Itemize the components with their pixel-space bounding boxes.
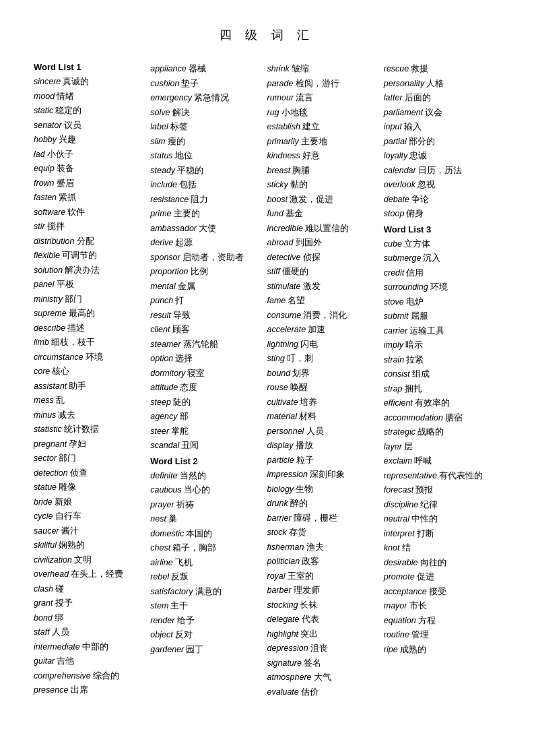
word-en: evaluate — [267, 687, 299, 697]
word-zh: 组成 — [412, 369, 430, 379]
list-item: ambassador 大使 — [150, 222, 260, 237]
list-item: sincere 真诚的 — [34, 75, 143, 90]
list-item: carrier 运输工具 — [384, 324, 494, 339]
list-item: submerge 沉入 — [384, 251, 494, 266]
word-zh: 平稳的 — [177, 166, 203, 175]
list-item: ministry 部门 — [34, 292, 143, 307]
list-item: saucer 酱汁 — [34, 524, 143, 539]
word-zh: 忠诚 — [409, 151, 427, 160]
column-2: appliance 器械cushion 垫子emergency 紧急情况solv… — [150, 62, 267, 657]
word-zh: 促进 — [417, 572, 434, 581]
word-en: punch — [150, 296, 173, 305]
word-en: stimulate — [267, 282, 301, 291]
list-item: forecast 预报 — [384, 483, 494, 498]
list-item: barber 理发师 — [267, 584, 377, 598]
list-item: punch 打 — [150, 294, 260, 309]
word-en: minus — [34, 410, 56, 420]
word-en: gardener — [150, 645, 184, 654]
word-en: equip — [34, 164, 55, 173]
word-en: satisfactory — [150, 587, 193, 596]
word-zh: 祈祷 — [176, 500, 194, 509]
word-zh: 纪律 — [420, 500, 438, 509]
word-zh: 描述 — [67, 323, 85, 333]
word-en: option — [150, 354, 173, 363]
word-en: cautious — [150, 485, 182, 495]
word-en: domestic — [150, 529, 184, 538]
word-en: prayer — [150, 500, 174, 509]
word-zh: 新娘 — [55, 497, 72, 507]
word-en: presence — [34, 685, 68, 695]
word-zh: 给予 — [177, 616, 195, 625]
list-item: panel 平板 — [34, 278, 143, 292]
word-en: fisherman — [267, 542, 304, 552]
word-en: sincere — [34, 77, 61, 86]
word-en: stir — [34, 222, 45, 231]
word-en: label — [150, 122, 168, 131]
word-zh: 可调节的 — [62, 251, 97, 260]
list-item: highlight 突出 — [267, 627, 377, 642]
word-en: credit — [384, 268, 405, 278]
word-zh: 胸脯 — [292, 166, 310, 175]
word-en: biology — [267, 484, 294, 494]
word-zh: 材料 — [299, 412, 316, 421]
word-zh: 丑闻 — [181, 441, 199, 450]
list-item: clash 碰 — [34, 582, 143, 597]
word-en: kindness — [267, 151, 300, 160]
word-en: depression — [267, 643, 308, 653]
list-item: desirable 向往的 — [384, 556, 494, 571]
word-en: mayor — [384, 601, 407, 610]
list-item: senator 议员 — [34, 119, 143, 133]
word-en: desirable — [384, 558, 418, 567]
list-item: presence 出席 — [34, 683, 143, 698]
list-item: calendar 日历，历法 — [384, 164, 494, 179]
word-zh: 层 — [404, 442, 413, 451]
word-en: static — [34, 106, 53, 115]
word-zh: 中性的 — [411, 514, 438, 524]
word-en: equation — [384, 616, 416, 625]
word-zh: 装备 — [57, 164, 74, 173]
word-zh: 检阅，游行 — [296, 79, 339, 88]
word-en: statistic — [34, 424, 62, 434]
word-zh: 理发师 — [294, 586, 320, 595]
list-item: cultivate 培养 — [267, 396, 377, 410]
word-en: interpret — [384, 529, 415, 538]
word-en: steady — [150, 166, 175, 175]
word-zh: 起源 — [175, 238, 193, 247]
word-zh: 代表 — [302, 615, 319, 624]
word-zh: 输入 — [404, 122, 422, 131]
list-item: imply 暗示 — [384, 338, 494, 353]
word-zh: 自行车 — [55, 511, 81, 521]
list-item: staff 人员 — [34, 625, 143, 640]
list-item: stir 搅拌 — [34, 220, 143, 234]
list-item: skillful 娴熟的 — [34, 538, 143, 553]
word-zh: 拉紧 — [406, 355, 424, 365]
word-en: personnel — [267, 427, 304, 436]
word-en: slim — [150, 137, 165, 146]
list-item: prime 主要的 — [150, 207, 260, 222]
word-zh: 满意的 — [195, 587, 222, 596]
list-item: software 软件 — [34, 206, 143, 220]
list-item: flexible 可调节的 — [34, 249, 143, 263]
word-zh: 垫子 — [181, 79, 199, 88]
word-zh: 综合的 — [93, 671, 119, 681]
word-zh: 绑 — [55, 613, 63, 623]
word-en: intermediate — [34, 642, 80, 652]
word-en: render — [150, 616, 174, 625]
word-en: dormitory — [150, 369, 185, 378]
list-item: primarily 主要地 — [267, 135, 377, 150]
list-item: detection 侦查 — [34, 466, 143, 481]
list-item: civilization 文明 — [34, 553, 143, 568]
word-zh: 解决办法 — [65, 265, 100, 275]
word-en: attitude — [150, 383, 178, 392]
word-en: sector — [34, 453, 57, 463]
word-en: stoop — [384, 209, 405, 218]
word-en: cycle — [34, 511, 53, 521]
word-en: shrink — [267, 64, 290, 73]
list-item: abroad 到国外 — [267, 236, 377, 251]
word-en: lad — [34, 150, 45, 159]
list-item: dormitory 寝室 — [150, 367, 260, 381]
word-zh: 消费，消化 — [303, 311, 347, 320]
word-zh: 中部的 — [82, 642, 108, 652]
word-zh: 出席 — [71, 685, 88, 695]
word-en: sting — [267, 354, 285, 363]
